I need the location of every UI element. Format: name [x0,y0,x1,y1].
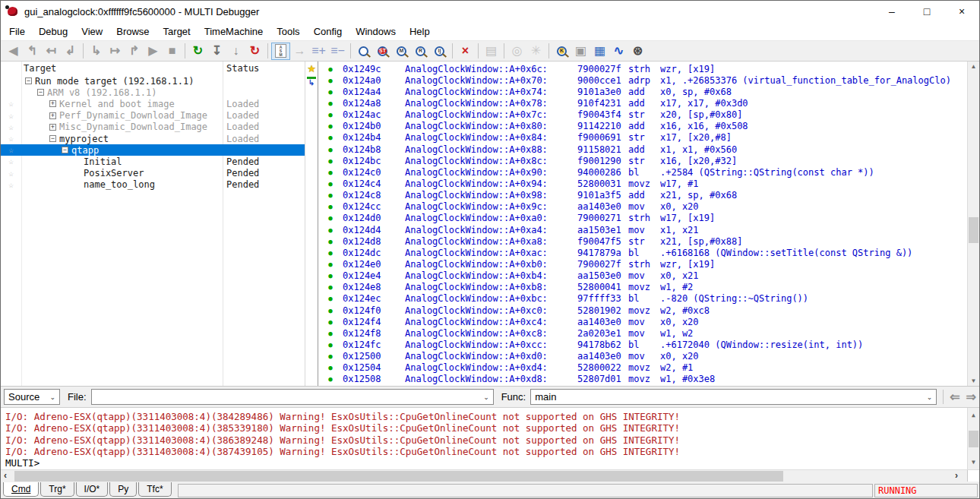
bookmark-star-icon[interactable]: ☆ [1,156,21,166]
close-button[interactable]: × [944,1,979,22]
bookmark-star-icon[interactable]: ☆ [1,122,21,132]
breakpoints-icon[interactable]: × [456,43,475,60]
tab-tfc[interactable]: Tfc* [138,482,171,497]
doc-forward-icon[interactable]: → [290,43,309,60]
file-combobox[interactable]: ⌄ [91,389,494,405]
scroll-left-icon[interactable]: ‹ [4,470,7,481]
breakpoint-dot-icon[interactable]: ● [318,88,343,96]
disasm-row[interactable]: ●0x124e8AnalogClockWindow::A+0xb8:528000… [318,282,967,293]
tree-row-arm[interactable]: −ARM v8 (192.168.1.1) [1,87,305,98]
history-back-icon[interactable]: ⇐ [950,390,959,404]
tab-trg[interactable]: Trg* [40,482,74,497]
disasm-row[interactable]: ●0x124a4AnalogClockWindow::A+0x74:9101a3… [318,86,967,97]
tree-row-kernel[interactable]: ☆+Kernel and boot imageLoaded [1,98,305,109]
collapse-icon[interactable]: − [62,147,68,153]
disasm-row[interactable]: ●0x124fcAnalogClockWindow::A+0xcc:94178b… [318,339,967,350]
menu-debug[interactable]: Debug [32,24,74,39]
disasm-row[interactable]: ●0x124b8AnalogClockWindow::A+0x88:911580… [318,144,967,155]
scroll-up-icon[interactable]: ▲ [968,409,979,421]
maximize-button[interactable]: □ [909,1,944,22]
breakpoint-dot-icon[interactable]: ● [318,226,343,234]
collapse-icon[interactable]: − [49,135,56,142]
tab-cmd[interactable]: Cmd [3,482,39,497]
breakpoint-dot-icon[interactable]: ● [318,146,343,153]
disasm-row[interactable]: ●0x1249cAnalogClockWindow::A+0x6c:790002… [318,63,967,74]
edit-doc-icon[interactable]: ▤ [482,43,501,60]
step-back-out-icon[interactable]: ↰ [23,43,42,60]
asm-mode-icon[interactable]: ASM [271,43,290,60]
breakpoint-dot-icon[interactable]: ● [318,352,343,360]
minimize-button[interactable]: – [874,1,909,22]
disasm-row[interactable]: ●0x124bcAnalogClockWindow::A+0x8c:f90012… [318,155,967,166]
disasm-row[interactable]: ●0x124c4AnalogClockWindow::A+0x94:528000… [318,178,967,189]
bookmark-star-icon[interactable]: ☆ [1,111,21,121]
disassembly-scrollbar[interactable]: ▲ ▼ [967,62,979,386]
bookmark-star-icon[interactable]: ☆ [1,99,21,109]
collapse-list-icon[interactable]: ≡− [328,43,347,60]
window-go-icon[interactable]: ▣ [571,43,590,60]
restart-icon[interactable]: ↻ [188,43,207,60]
disasm-row[interactable]: ●0x124f8AnalogClockWindow::A+0xc8:2a0203… [318,327,967,339]
reload-doc-icon[interactable]: ↻ [245,43,264,60]
disasm-row[interactable]: ●0x124ccAnalogClockWindow::A+0x9c:aa1403… [318,201,967,213]
disasm-row[interactable]: ●0x124c0AnalogClockWindow::A+0x90:940002… [318,166,967,178]
kernel-magnifier-icon[interactable]: K [552,43,571,60]
step-into-icon[interactable]: ↦ [106,43,125,60]
breakpoint-dot-icon[interactable]: ● [318,99,343,107]
breakpoint-dot-icon[interactable]: ● [318,375,343,383]
bookmark-star-icon[interactable]: ☆ [1,145,21,155]
breakpoint-dot-icon[interactable]: ● [318,122,343,130]
dark-magnifier-icon[interactable]: ⊛ [628,43,647,60]
disasm-row[interactable]: ●0x124b4AnalogClockWindow::A+0x84:f90006… [318,132,967,144]
history-forward-icon[interactable]: ⇒ [966,390,976,404]
breakpoint-dot-icon[interactable]: ● [318,272,343,280]
scroll-up-icon[interactable]: ▲ [968,63,979,70]
load-image-icon[interactable]: ↓ [226,43,245,60]
breakpoint-dot-icon[interactable]: ● [318,318,343,326]
breakpoint-dot-icon[interactable]: ● [318,191,343,199]
menu-view[interactable]: View [74,24,109,39]
menu-timemachine[interactable]: TimeMachine [198,24,270,39]
breakpoint-dot-icon[interactable]: ● [318,341,343,349]
memory-magnifier-icon[interactable]: M [392,43,411,60]
disasm-row[interactable]: ●0x124d8AnalogClockWindow::A+0xa8:f90047… [318,235,967,247]
console-horizontal-scrollbar[interactable]: ‹ › [1,469,979,482]
collapse-icon[interactable]: − [37,89,44,96]
disasm-row[interactable]: ●0x124dcAnalogClockWindow::A+0xac:941787… [318,247,967,258]
bookmark-star-icon[interactable]: ☆ [1,134,21,144]
breakpoint-dot-icon[interactable]: ● [318,249,343,257]
breakpoint-dot-icon[interactable]: ● [318,180,343,188]
tab-py[interactable]: Py [109,482,137,497]
disasm-row[interactable]: ●0x12504AnalogClockWindow::A+0xd4:528000… [318,362,967,374]
disasm-row[interactable]: ●0x124ecAnalogClockWindow::A+0xbc:97ffff… [318,293,967,305]
breakpoint-dot-icon[interactable]: ● [318,330,343,337]
menu-help[interactable]: Help [403,24,437,39]
tree-row-qtapp[interactable]: ☆−qtapp [1,144,305,156]
breakpoint-dot-icon[interactable]: ● [318,295,343,302]
go-back-icon[interactable]: ◀ [4,43,23,60]
console-scrollbar[interactable]: ▲ ▼ [967,408,979,469]
disasm-row[interactable]: ●0x124b0AnalogClockWindow::A+0x80:911422… [318,121,967,132]
breakpoint-dot-icon[interactable]: ● [318,169,343,176]
go-icon[interactable]: ▶ [144,43,163,60]
menu-target[interactable]: Target [156,24,198,39]
scrollbar-thumb[interactable] [14,471,783,482]
bookmark-star-icon[interactable]: ☆ [1,169,21,178]
signal-analyzer-icon[interactable]: ∿ [609,43,628,60]
disasm-row[interactable]: ●0x124d0AnalogClockWindow::A+0xa0:790002… [318,213,967,224]
scroll-right-icon[interactable]: › [955,470,958,481]
breakpoint-dot-icon[interactable]: ● [318,283,343,291]
expand-icon[interactable]: + [49,100,56,107]
disasm-row[interactable]: ●0x124c8AnalogClockWindow::A+0x98:9101a3… [318,190,967,201]
menu-file[interactable]: File [2,24,32,39]
expand-icon[interactable]: + [49,124,56,131]
breakpoint-dot-icon[interactable]: ● [318,364,343,371]
menu-config[interactable]: Config [307,24,349,39]
breakpoint-dot-icon[interactable]: ● [318,214,343,222]
breakpoint-dot-icon[interactable]: ● [318,157,343,165]
breakpoint-dot-icon[interactable]: ● [318,238,343,245]
disasm-row[interactable]: ●0x124a8AnalogClockWindow::A+0x78:910f42… [318,97,967,109]
expand-list-icon[interactable]: ≡+ [309,43,328,60]
breakpoint-dot-icon[interactable]: ● [318,261,343,268]
tree-row-initial[interactable]: ☆InitialPended [1,156,305,167]
